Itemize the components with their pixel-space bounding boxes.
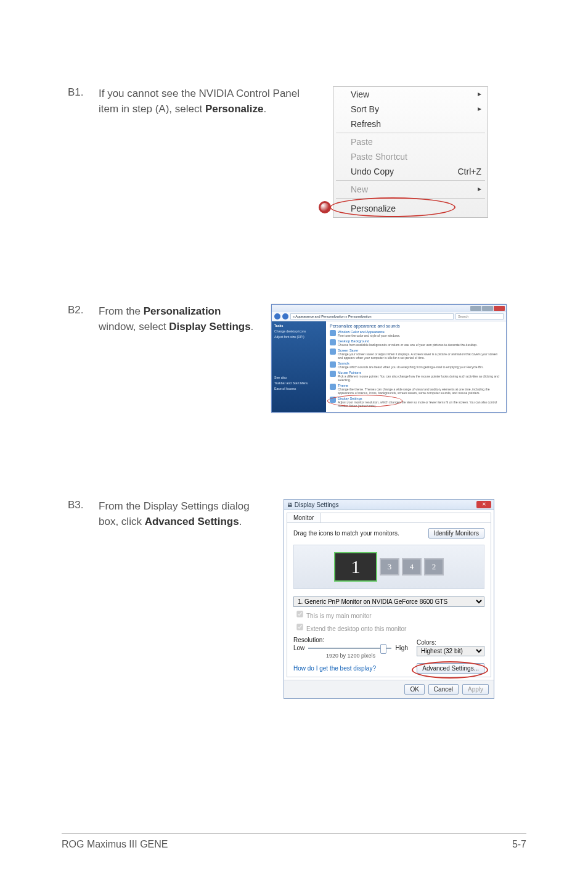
- item-desktop-bg[interactable]: Desktop BackgroundChoose from available …: [330, 339, 502, 347]
- device-select[interactable]: 1. Generic PnP Monitor on NVIDIA GeForce…: [293, 596, 484, 607]
- resolution-slider[interactable]: Low High: [293, 645, 408, 651]
- item-theme[interactable]: ThemeChange the theme. Themes can change…: [330, 384, 502, 395]
- step-b3-text: From the Display Settings dialog box, cl…: [99, 499, 259, 529]
- step-b2-text: From the Personalization window, select …: [99, 304, 259, 334]
- ctx-paste: Paste: [333, 134, 488, 149]
- extend-checkbox: Extend the desktop onto this monitor: [293, 621, 484, 633]
- display-settings-dialog: 🖥 Display Settings ✕ Monitor Drag the ic…: [284, 499, 494, 699]
- cancel-button[interactable]: Cancel: [428, 684, 459, 695]
- sidebar-item[interactable]: Ease of Access: [274, 387, 324, 390]
- apply-button: Apply: [462, 684, 489, 695]
- item-screensaver[interactable]: Screen SaverChange your screen saver or …: [330, 349, 502, 360]
- monitor-3[interactable]: 3: [380, 558, 399, 576]
- search-input[interactable]: Search: [455, 313, 504, 320]
- main-monitor-checkbox: This is my main monitor: [293, 608, 484, 620]
- ctx-personalize[interactable]: Personalize: [333, 200, 488, 217]
- sidebar: Tasks Change desktop icons Adjust font s…: [272, 321, 326, 412]
- monitor-layout[interactable]: 1 3 4 2: [293, 545, 484, 589]
- close-button[interactable]: ✕: [476, 501, 491, 508]
- maximize-button[interactable]: [482, 306, 493, 311]
- monitor-2[interactable]: 2: [424, 558, 444, 576]
- step-b1-label: B1.: [68, 86, 99, 99]
- ctx-view[interactable]: View▸: [333, 87, 488, 102]
- drag-text: Drag the icons to match your monitors.: [293, 530, 399, 537]
- sidebar-item[interactable]: Change desktop icons: [274, 329, 324, 333]
- resolution-value: 1920 by 1200 pixels: [293, 653, 408, 659]
- chevron-right-icon: ▸: [478, 89, 481, 99]
- chevron-right-icon: ▸: [478, 104, 481, 114]
- personalization-window: « Appearance and Personalization » Perso…: [271, 304, 507, 413]
- tab-monitor[interactable]: Monitor: [287, 513, 321, 522]
- back-button[interactable]: [274, 313, 280, 320]
- ctx-sort[interactable]: Sort By▸: [333, 102, 488, 117]
- close-button[interactable]: [494, 306, 505, 311]
- minimize-button[interactable]: [470, 306, 481, 311]
- ok-button[interactable]: OK: [404, 684, 424, 695]
- item-sounds[interactable]: SoundsChange which sounds are heard when…: [330, 361, 502, 369]
- dialog-title: 🖥 Display Settings: [287, 501, 338, 508]
- titlebar: [272, 305, 506, 312]
- colors-select[interactable]: Highest (32 bit): [417, 646, 484, 656]
- colors-label: Colors:: [417, 639, 484, 646]
- item-window-color[interactable]: Window Color and AppearanceFine tune the…: [330, 330, 502, 337]
- ctx-undo[interactable]: Undo CopyCtrl+Z: [333, 164, 488, 179]
- help-link[interactable]: How do I get the best display?: [293, 665, 376, 672]
- main-heading: Personalize appearance and sounds: [330, 324, 502, 328]
- highlight-ellipse: [412, 661, 488, 679]
- step-b2-label: B2.: [68, 304, 99, 316]
- context-menu: View▸ Sort By▸ Refresh Paste Paste Short…: [333, 86, 488, 218]
- forward-button[interactable]: [282, 313, 288, 320]
- step-b1-text: If you cannot see the NVIDIA Control Pan…: [99, 86, 308, 117]
- identify-button[interactable]: Identify Monitors: [428, 528, 484, 538]
- breadcrumb[interactable]: « Appearance and Personalization » Perso…: [290, 313, 454, 320]
- resolution-label: Resolution:: [293, 637, 408, 643]
- sidebar-item[interactable]: Taskbar and Start Menu: [274, 381, 324, 385]
- item-display-settings[interactable]: Display SettingsAdjust your monitor reso…: [330, 397, 502, 408]
- footer-left: ROG Maximus III GENE: [62, 839, 168, 850]
- ctx-new[interactable]: New▸: [333, 182, 488, 197]
- chevron-right-icon: ▸: [478, 184, 481, 194]
- ctx-paste-shortcut: Paste Shortcut: [333, 149, 488, 164]
- monitor-4[interactable]: 4: [402, 558, 422, 576]
- personalize-icon: [319, 201, 331, 213]
- sidebar-item[interactable]: Adjust font size (DPI): [274, 335, 324, 339]
- step-b3-label: B3.: [68, 499, 99, 511]
- footer-right: 5-7: [512, 839, 526, 850]
- item-mouse[interactable]: Mouse PointersPick a different mouse poi…: [330, 371, 502, 382]
- monitor-1[interactable]: 1: [334, 552, 377, 582]
- ctx-refresh[interactable]: Refresh: [333, 117, 488, 131]
